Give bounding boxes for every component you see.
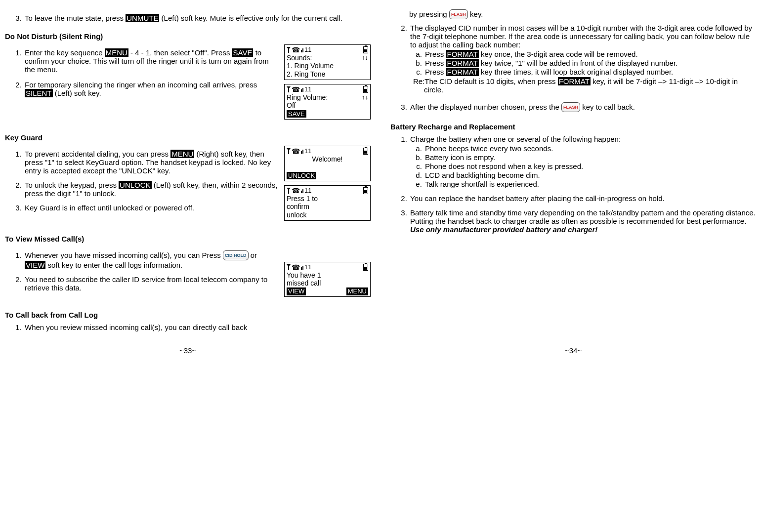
lcd-num: 11 [304,85,311,93]
text: Sounds: [287,54,312,62]
text: You have 1 [287,271,368,280]
text: key. [468,10,483,18]
antenna-icon [287,47,291,53]
text: To prevent accidental dialing, you can p… [25,150,170,158]
lcd-num: 11 [304,46,311,54]
format-re: Re:The CID default is 10 digits, when pr… [424,77,756,97]
text: key once, the 3-digit area code will be … [479,50,638,58]
callback-list: When you review missed incoming call(s),… [5,323,371,331]
save-key: SAVE [232,48,254,57]
battery-sublist: Phone beeps twice every two seconds. Bat… [410,144,756,188]
dnd-heading: Do Not Disturb (Silent Ring) [5,32,371,41]
keyguard-item-3: Key Guard is in effect until unlocked or… [24,204,279,212]
battery-icon [363,86,368,93]
callback-heading: To Call back from Call Log [5,311,371,319]
lcd-welcome: ☎ 11 Welcome! UNLOCK [284,146,371,181]
soft-menu: MENU [346,287,368,295]
antenna-icon [287,148,291,154]
soft-view: VIEW [287,287,306,295]
battery-icon [363,264,368,271]
page-33: To leave the mute state, press UNMUTE (L… [5,10,371,357]
missed-heading: To View Missed Call(s) [5,235,371,243]
format-key: FORMAT [558,77,591,85]
page-number-33: ~33~ [5,346,371,355]
flash-key-icon: FLASH [449,9,468,19]
missed-item-1: Whenever you have missed incoming call(s… [24,251,279,269]
text: For temporary silencing the ringer when … [25,81,257,89]
antenna-icon [287,86,291,92]
lcd-press1: ☎ 11 Press 1 to confirm unlock [284,185,371,221]
lcd-ringvolume: ☎ 11 Ring Volume:↑↓ Off SAVE [284,84,371,120]
page-34: by pressing FLASH key. The displayed CID… [390,10,756,357]
text: Battery talk time and standby time vary … [410,208,756,225]
dnd-list: Enter the key sequence MENU - 4 - 1, the… [5,48,279,97]
battery-icon [363,46,368,53]
text: To unlock the keypad, press [25,181,119,189]
text: To leave the mute state, press [25,14,126,22]
dnd-item-2: For temporary silencing the ringer when … [24,81,279,97]
signal-icon [301,188,303,193]
phone-icon: ☎ [292,46,300,53]
text: (Left) soft key. Mute is effective only … [159,14,342,22]
unlock-key: UNLOCK [119,181,152,189]
text: Press [425,59,446,67]
battery-item-3: Battery talk time and standby time vary … [409,208,756,234]
text: Re:The CID default is 10 digits, when pr… [413,77,558,85]
text: key to call back. [580,103,635,111]
antenna-icon [287,188,291,194]
text: Off [287,101,368,110]
phone-icon: ☎ [292,187,300,194]
menu-key: MENU [105,48,128,57]
text: Charge the battery when one or several o… [410,135,756,143]
text: soft key to enter the call logs informat… [45,261,182,269]
battery-b: Battery icon is empty. [424,153,756,162]
text: Enter the key sequence [25,48,105,57]
text: or [249,251,257,259]
signal-icon [301,47,303,52]
arrows-icon: ↑↓ [362,93,368,102]
text: Press [425,50,446,58]
lcd-missed: ☎ 11 You have 1 missed call VIEWMENU [284,262,371,297]
dnd-item-1: Enter the key sequence MENU - 4 - 1, the… [24,48,279,74]
format-key: FORMAT [446,68,479,76]
missed-list: Whenever you have missed incoming call(s… [5,251,279,292]
phone-icon: ☎ [292,264,300,271]
callback-item-2: The displayed CID number in most cases w… [409,24,756,97]
missed-item-2: You need to subscribe the caller ID serv… [24,275,279,292]
callback-item-1: When you review missed incoming call(s),… [24,323,371,331]
signal-icon [301,87,303,92]
dnd-lcds: ☎ 11 Sounds:↑↓ 1. Ring Volume 2. Ring To… [284,44,371,123]
callback-item-3: After the displayed number chosen, press… [409,103,756,113]
text: 1. Ring Volume [287,62,368,70]
phone-icon: ☎ [292,86,300,93]
format-key: FORMAT [446,59,479,67]
format-key: FORMAT [446,50,479,58]
arrows-icon: ↑↓ [362,54,368,62]
keyguard-heading: Key Guard [5,133,371,142]
lcd-sounds: ☎ 11 Sounds:↑↓ 1. Ring Volume 2. Ring To… [284,44,371,80]
text: by pressing [409,10,449,18]
keyguard-item-2: To unlock the keypad, press UNLOCK (Left… [24,181,279,198]
cid-hold-key-icon: CID HOLD [223,250,249,260]
text: Press [425,68,446,76]
signal-icon [301,149,303,154]
text: (Left) soft key. [53,89,101,97]
format-sublist: Press FORMAT key once, the 3-digit area … [410,50,756,76]
text: Welcome! [287,155,368,164]
text: The displayed CID number in most cases w… [410,24,756,49]
page-number-34: ~34~ [390,346,756,355]
battery-heading: Battery Recharge and Replacement [390,123,756,131]
keyguard-item-1: To prevent accidental dialing, you can p… [24,150,279,175]
view-key: VIEW [25,261,45,269]
format-c: Press FORMAT key three times, it will lo… [424,68,756,76]
text: After the displayed number chosen, press… [410,103,561,111]
unmute-key: UNMUTE [126,14,159,22]
lcd-num: 11 [304,147,311,155]
menu-key: MENU [170,150,194,158]
keyguard-list: To prevent accidental dialing, you can p… [5,150,279,212]
text: key three times, it will loop back origi… [479,68,674,76]
text: Press 1 to [287,195,368,203]
battery-item-2: You can replace the handset battery afte… [409,194,756,203]
battery-item-1: Charge the battery when one or several o… [409,135,756,188]
mute-list: To leave the mute state, press UNMUTE (L… [5,14,371,22]
